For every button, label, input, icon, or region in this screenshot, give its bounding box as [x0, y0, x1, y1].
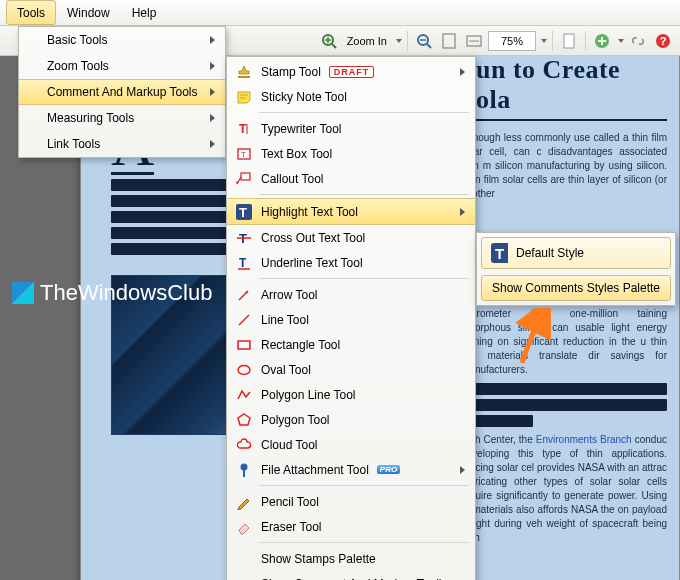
- show-comments-styles-palette[interactable]: Show Comments Styles Palette: [481, 275, 671, 301]
- fit-page-icon[interactable]: [438, 30, 460, 52]
- svg-text:T: T: [239, 122, 247, 136]
- line-tool[interactable]: Line Tool: [227, 307, 475, 332]
- submenu-arrow-icon: [210, 62, 215, 70]
- pencil-icon: [235, 493, 253, 511]
- default-style-option[interactable]: T Default Style: [481, 237, 671, 269]
- draft-badge: DRAFT: [329, 66, 375, 78]
- page-icon[interactable]: [558, 30, 580, 52]
- chevron-down-icon[interactable]: [618, 39, 624, 43]
- submenu-arrow-icon: [210, 36, 215, 44]
- svg-point-35: [238, 365, 250, 374]
- rectangle-tool[interactable]: Rectangle Tool: [227, 332, 475, 357]
- menu-link-tools[interactable]: Link Tools: [19, 131, 225, 157]
- eraser-icon: [235, 518, 253, 536]
- typewriter-icon: T: [235, 120, 253, 138]
- svg-rect-23: [241, 173, 250, 180]
- svg-text:T: T: [495, 245, 504, 262]
- chevron-down-icon[interactable]: [396, 39, 402, 43]
- document-heading: Sun to Create Sola: [461, 56, 667, 121]
- svg-rect-10: [564, 34, 574, 48]
- body-text: arch Center, the Environments Branch con…: [461, 433, 667, 545]
- svg-text:T: T: [239, 205, 247, 220]
- link-text[interactable]: Environments Branch: [536, 434, 632, 445]
- chevron-down-icon[interactable]: [541, 39, 547, 43]
- watermark: TheWindowsClub: [12, 280, 212, 306]
- sticky-note-icon: [235, 88, 253, 106]
- link-icon[interactable]: [627, 30, 649, 52]
- submenu-arrow-icon: [210, 114, 215, 122]
- zoom-label: Zoom In: [343, 35, 391, 47]
- show-stamps-palette[interactable]: Show Stamps Palette: [227, 546, 475, 571]
- rectangle-icon: [235, 336, 253, 354]
- typewriter-tool[interactable]: T Typewriter Tool: [227, 116, 475, 141]
- svg-rect-34: [238, 341, 250, 349]
- menubar: Tools Window Help: [0, 0, 680, 26]
- arrow-tool[interactable]: Arrow Tool: [227, 282, 475, 307]
- zoom-out-icon[interactable]: [413, 30, 435, 52]
- callout-icon: [235, 170, 253, 188]
- highlight-icon: T: [490, 244, 508, 262]
- menu-window[interactable]: Window: [56, 0, 121, 25]
- strikethrough-icon: T: [235, 229, 253, 247]
- svg-line-33: [239, 315, 249, 325]
- svg-text:T: T: [239, 256, 247, 270]
- submenu-arrow-icon: [210, 140, 215, 148]
- polygon-line-tool[interactable]: Polygon Line Tool: [227, 382, 475, 407]
- menu-zoom-tools[interactable]: Zoom Tools: [19, 53, 225, 79]
- underline-icon: T: [235, 254, 253, 272]
- svg-point-37: [241, 463, 248, 470]
- show-markup-toolbar[interactable]: Show Comment And Markup Toolbar: [227, 571, 475, 580]
- logo-icon: [12, 282, 34, 304]
- zoom-value-input[interactable]: [488, 31, 536, 51]
- oval-icon: [235, 361, 253, 379]
- help-icon[interactable]: ?: [652, 30, 674, 52]
- polyline-icon: [235, 386, 253, 404]
- arrow-icon: [235, 286, 253, 304]
- tools-menu: Basic Tools Zoom Tools Comment And Marku…: [18, 26, 226, 158]
- zoom-in-icon[interactable]: [318, 30, 340, 52]
- menu-comment-markup-tools[interactable]: Comment And Markup Tools: [19, 79, 225, 105]
- cloud-tool[interactable]: Cloud Tool: [227, 432, 475, 457]
- submenu-arrow-icon: [460, 68, 465, 76]
- cloud-icon: [235, 436, 253, 454]
- menu-measuring-tools[interactable]: Measuring Tools: [19, 105, 225, 131]
- stamp-tool[interactable]: Stamp Tool DRAFT: [227, 59, 475, 84]
- add-icon[interactable]: [591, 30, 613, 52]
- svg-line-5: [427, 44, 431, 48]
- menu-basic-tools[interactable]: Basic Tools: [19, 27, 225, 53]
- submenu-arrow-icon: [460, 208, 465, 216]
- highlight-text-tool[interactable]: T Highlight Text Tool: [227, 198, 475, 225]
- menu-help[interactable]: Help: [121, 0, 168, 25]
- cross-out-text-tool[interactable]: T Cross Out Text Tool: [227, 225, 475, 250]
- stamp-icon: [235, 63, 253, 81]
- submenu-arrow-icon: [460, 466, 465, 474]
- body-text: Although less commonly use called a thin…: [461, 131, 667, 201]
- polygon-icon: [235, 411, 253, 429]
- text-box-icon: T: [235, 145, 253, 163]
- highlight-icon: T: [235, 203, 253, 221]
- menu-tools[interactable]: Tools: [6, 0, 56, 25]
- svg-text:T: T: [241, 150, 246, 159]
- underline-text-tool[interactable]: T Underline Text Tool: [227, 250, 475, 275]
- line-icon: [235, 311, 253, 329]
- svg-rect-7: [443, 34, 455, 48]
- text-box-tool[interactable]: T Text Box Tool: [227, 141, 475, 166]
- svg-line-1: [332, 44, 336, 48]
- pencil-tool[interactable]: Pencil Tool: [227, 489, 475, 514]
- svg-rect-16: [238, 76, 250, 78]
- submenu-arrow-icon: [210, 88, 215, 96]
- polygon-tool[interactable]: Polygon Tool: [227, 407, 475, 432]
- pro-badge: PRO: [377, 465, 400, 474]
- eraser-tool[interactable]: Eraser Tool: [227, 514, 475, 539]
- sticky-note-tool[interactable]: Sticky Note Tool: [227, 84, 475, 109]
- highlight-submenu: T Default Style Show Comments Styles Pal…: [476, 232, 676, 306]
- callout-tool[interactable]: Callout Tool: [227, 166, 475, 191]
- svg-text:?: ?: [660, 35, 667, 47]
- oval-tool[interactable]: Oval Tool: [227, 357, 475, 382]
- svg-marker-36: [238, 414, 250, 425]
- pushpin-icon: [235, 461, 253, 479]
- comment-markup-submenu: Stamp Tool DRAFT Sticky Note Tool T Type…: [226, 56, 476, 580]
- fit-width-icon[interactable]: [463, 30, 485, 52]
- file-attachment-tool[interactable]: File Attachment Tool PRO: [227, 457, 475, 482]
